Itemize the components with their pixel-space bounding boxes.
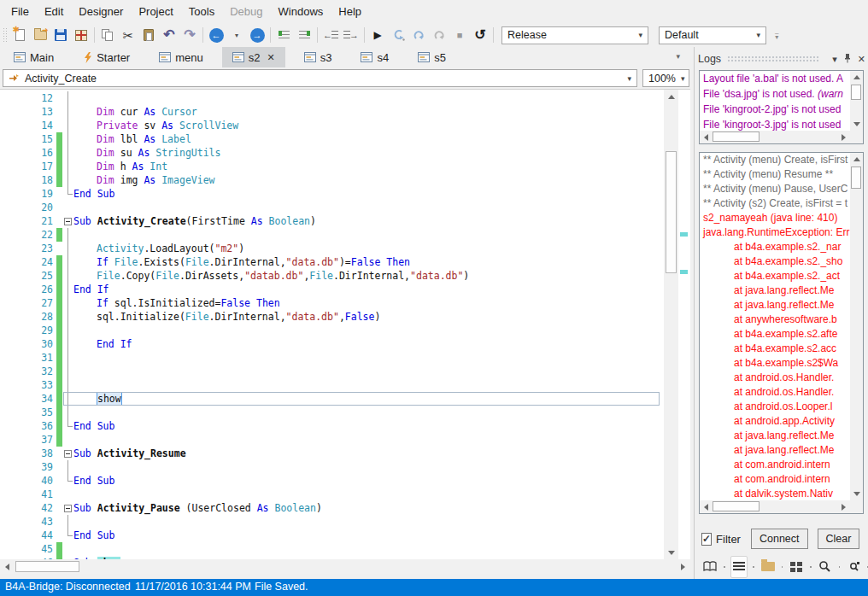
- code-line[interactable]: 24If File.Exists(File.DirInternal,"data.…: [0, 255, 663, 269]
- code-line[interactable]: 20: [0, 201, 663, 214]
- tab-s3[interactable]: s3: [294, 47, 343, 67]
- close-tab-icon[interactable]: ✕: [267, 52, 274, 63]
- scroll-right-icon[interactable]: [837, 500, 850, 513]
- log-vscrollbar[interactable]: [850, 153, 863, 500]
- panel-tab-libraries-manager-icon[interactable]: [701, 556, 718, 578]
- tab-s5[interactable]: s5: [408, 47, 456, 67]
- log-hscrollbar[interactable]: [700, 500, 863, 513]
- nav-back-caret[interactable]: ▾: [226, 25, 247, 45]
- log-entry[interactable]: at b4a.example.s2$Wa: [700, 356, 863, 371]
- code-line[interactable]: 45: [0, 542, 663, 556]
- code-line[interactable]: 36End Sub: [0, 419, 663, 433]
- code-line[interactable]: 28sql.Initialize(File.DirInternal,"data.…: [0, 310, 663, 324]
- scroll-up-icon[interactable]: [664, 90, 678, 104]
- panel-tab-modules-icon[interactable]: [788, 556, 805, 578]
- log-warning-item[interactable]: File 'dsa.jpg' is not used. (warn: [700, 86, 863, 102]
- zoom-selector[interactable]: 100% ▾: [642, 69, 689, 87]
- code-line[interactable]: 39: [0, 460, 663, 474]
- connect-button[interactable]: Connect: [751, 529, 808, 549]
- code-line[interactable]: 43: [0, 515, 663, 529]
- cut-icon[interactable]: ✂: [118, 25, 138, 45]
- scrollbar-thumb[interactable]: [713, 131, 760, 142]
- scroll-down-icon[interactable]: [664, 546, 678, 559]
- scroll-right-icon[interactable]: [676, 559, 690, 574]
- code-line[interactable]: 13Dim cur As Cursor: [0, 105, 663, 119]
- code-line[interactable]: 26End If: [0, 283, 663, 296]
- log-entry[interactable]: at dalvik.system.Nativ: [700, 487, 863, 501]
- code-line[interactable]: 40End Sub: [0, 474, 663, 488]
- code-line[interactable]: 14Private sv As ScrollView: [0, 119, 663, 132]
- fold-toggle[interactable]: [64, 505, 72, 512]
- open-project-icon[interactable]: ➜: [30, 25, 50, 45]
- code-line[interactable]: 35: [0, 406, 663, 419]
- menu-designer[interactable]: Designer: [71, 1, 131, 22]
- warnings-hscrollbar[interactable]: [700, 131, 863, 143]
- toolbar-overflow-button[interactable]: –▾: [775, 31, 778, 39]
- panel-tab-logs-icon[interactable]: [730, 556, 748, 578]
- profile-select[interactable]: Default ▾: [659, 26, 766, 44]
- step-out-icon[interactable]: [429, 25, 449, 45]
- scrollbar-thumb[interactable]: [15, 561, 79, 572]
- runtime-log-list[interactable]: ** Activity (menu) Create, isFirst** Act…: [699, 152, 864, 514]
- scrollbar-thumb[interactable]: [851, 167, 861, 189]
- tab-menu[interactable]: menu: [149, 47, 214, 67]
- log-entry[interactable]: ** Activity (menu) Resume **: [700, 167, 863, 182]
- editor-horizontal-scrollbar[interactable]: [0, 559, 690, 574]
- code-line[interactable]: 37: [0, 433, 663, 447]
- tab-overflow-caret-icon[interactable]: ▾: [676, 52, 680, 61]
- code-line[interactable]: 18Dim img As ImageView: [0, 173, 663, 187]
- log-warning-item[interactable]: Layout file 'a.bal' is not used. A: [700, 71, 863, 86]
- restart-icon[interactable]: ↺: [470, 25, 490, 45]
- code-line[interactable]: 15Dim lbl As Label: [0, 132, 663, 146]
- menu-project[interactable]: Project: [131, 1, 180, 22]
- code-line[interactable]: 16Dim su As StringUtils: [0, 146, 663, 160]
- code-line[interactable]: 42Sub Activity_Pause (UserClosed As Bool…: [0, 501, 663, 515]
- log-entry[interactable]: ** Activity (menu) Pause, UserC: [700, 182, 863, 196]
- export-zip-icon[interactable]: [71, 25, 91, 45]
- log-entry[interactable]: at java.lang.reflect.Me: [700, 298, 863, 313]
- menu-windows[interactable]: Windows: [271, 1, 331, 22]
- log-entry[interactable]: java.lang.RuntimeException: Err: [700, 225, 863, 240]
- fold-toggle[interactable]: [64, 450, 72, 458]
- redo-icon[interactable]: ↷: [179, 25, 200, 45]
- log-entry[interactable]: ** Activity (s2) Create, isFirst = t: [700, 196, 863, 211]
- code-line[interactable]: 17Dim h As Int: [0, 160, 663, 173]
- outdent-icon[interactable]: ←: [320, 25, 341, 45]
- panel-menu-caret-icon[interactable]: ▾: [832, 55, 837, 64]
- code-line[interactable]: 19End Sub: [0, 187, 663, 201]
- nav-forward-icon[interactable]: →: [247, 25, 267, 45]
- filter-checkbox[interactable]: ✓: [701, 533, 712, 546]
- code-line[interactable]: 41: [0, 488, 663, 501]
- sub-selector[interactable]: Activity_Create ▾: [3, 69, 637, 87]
- log-entry[interactable]: at anywheresoftware.b: [700, 313, 863, 327]
- panel-tab-quick-search-icon[interactable]: [845, 556, 862, 578]
- clear-button[interactable]: Clear: [818, 529, 860, 549]
- scroll-up-icon[interactable]: [850, 153, 863, 166]
- logs-panel-header[interactable]: Logs ▾ ✕: [698, 51, 865, 67]
- code-line[interactable]: 32: [0, 365, 663, 378]
- pin-icon[interactable]: [843, 53, 852, 65]
- nav-back-icon[interactable]: ←: [206, 25, 226, 45]
- code-line[interactable]: 21Sub Activity_Create(FirstTime As Boole…: [0, 214, 663, 228]
- log-entry[interactable]: at com.android.intern: [700, 458, 863, 472]
- fold-toggle[interactable]: [64, 218, 72, 225]
- log-entry[interactable]: at b4a.example.s2.afte: [700, 327, 863, 342]
- code-line[interactable]: 31: [0, 351, 663, 365]
- code-line[interactable]: 25File.Copy(File.DirAssets,"datab.db",Fi…: [0, 269, 663, 283]
- step-into-icon[interactable]: [388, 25, 408, 45]
- warnings-list[interactable]: Layout file 'a.bal' is not used. AFile '…: [699, 70, 864, 144]
- code-line[interactable]: 29: [0, 324, 663, 337]
- build-configuration-select[interactable]: Release ▾: [501, 26, 648, 44]
- code-editor[interactable]: 1213Dim cur As Cursor14Private sv As Scr…: [0, 89, 690, 559]
- new-project-icon[interactable]: ✱: [9, 25, 30, 45]
- log-entry[interactable]: at java.lang.reflect.Me: [700, 283, 863, 298]
- log-entry[interactable]: at java.lang.reflect.Me: [700, 443, 863, 458]
- log-entry[interactable]: at android.app.Activity: [700, 414, 863, 429]
- menu-help[interactable]: Help: [331, 1, 369, 22]
- stop-icon[interactable]: ■: [449, 25, 470, 45]
- code-line[interactable]: 22: [0, 228, 663, 242]
- warnings-vscrollbar[interactable]: [850, 71, 863, 131]
- log-entry[interactable]: at com.android.intern: [700, 472, 863, 487]
- scroll-left-icon[interactable]: [0, 559, 15, 574]
- log-entry[interactable]: at b4a.example.s2.acc: [700, 342, 863, 356]
